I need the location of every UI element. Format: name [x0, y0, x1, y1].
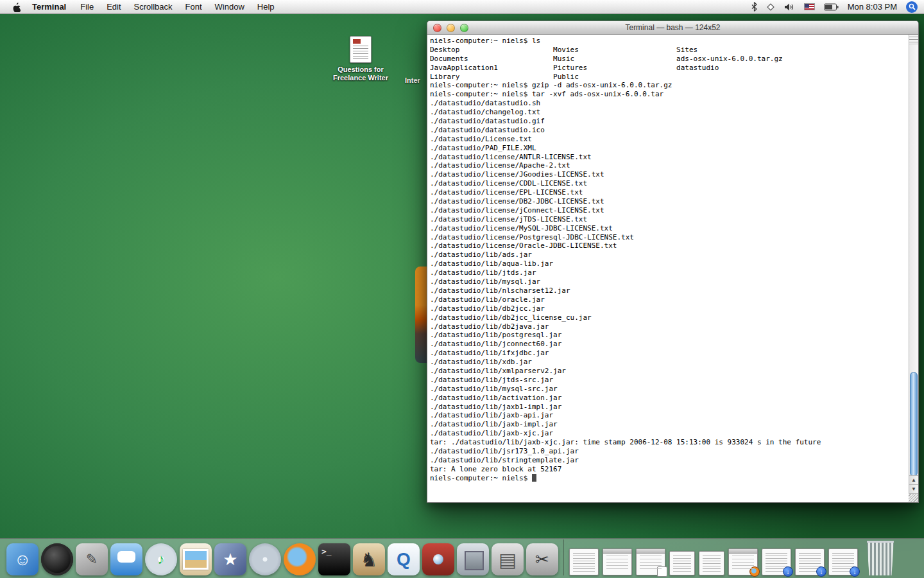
dock-icon-ichat[interactable] — [110, 543, 142, 575]
window-resize-grip[interactable] — [909, 493, 918, 502]
terminal-line: ./datastudio/license/CDDL-LICENSE.txt — [430, 179, 907, 188]
dock-icon-vault[interactable] — [457, 543, 489, 575]
volume-icon[interactable] — [784, 0, 795, 13]
scroll-up-arrow[interactable]: ▲ — [909, 475, 918, 484]
terminal-line: ./datastudio/lib/db2jcc.jar — [430, 304, 907, 313]
terminal-line: ./datastudio/lib/jaxb1-impl.jar — [430, 403, 907, 412]
dock-icon-cabinet[interactable]: ▤ — [492, 543, 524, 575]
minimized-document-5[interactable]: ↓ — [795, 548, 825, 575]
terminal-window: Terminal — bash — 124x52 niels-computer:… — [427, 21, 919, 503]
minimized-document-3[interactable] — [699, 551, 724, 575]
terminal-scrollbar[interactable]: ▲ ▼ — [909, 35, 918, 502]
terminal-line: ./datastudio/lib/ifxjdbc.jar — [430, 349, 907, 358]
terminal-line: ./datastudio/lib/xdb.jar — [430, 358, 907, 367]
terminal-content: niels-computer:~ niels$ lsDesktop Movies… — [427, 35, 918, 502]
scrollbar-thumb[interactable] — [910, 372, 918, 477]
terminal-line: niels-computer:~ niels$ ls — [430, 37, 907, 46]
dock-icon-dvdplayer[interactable] — [249, 543, 281, 575]
menu-edit[interactable]: Edit — [100, 0, 127, 13]
menu-terminal[interactable]: Terminal — [24, 0, 74, 13]
doc-badge-icon — [657, 566, 667, 577]
terminal-line: ./datastudio/license/ANTLR-LICENSE.txt — [430, 153, 907, 162]
zoom-button[interactable] — [460, 24, 468, 32]
document-icon — [350, 36, 372, 63]
terminal-line: JavaApplication1 Pictures datastudio — [430, 64, 907, 73]
airport-icon[interactable] — [766, 0, 775, 13]
trash-icon[interactable] — [864, 541, 896, 575]
menu-window[interactable]: Window — [209, 0, 251, 13]
terminal-line: ./datastudio/lib/db2java.jar — [430, 322, 907, 331]
menu-file[interactable]: File — [74, 0, 100, 13]
desktop-icon-questions-for-freelance-writer[interactable]: Questions for Freelance Writer — [322, 36, 399, 82]
menubar-clock[interactable]: Mon 8:03 PM — [848, 2, 897, 12]
terminal-line: ./datastudio/lib/mysql.jar — [430, 277, 907, 286]
terminal-line: ./datastudio/lib/activation.jar — [430, 394, 907, 403]
terminal-line: ./datastudio/license/jTDS-LICENSE.txt — [430, 215, 907, 224]
terminal-line: ./datastudio/PAD_FILE.XML — [430, 144, 907, 153]
desktop-icon-label: Questions for Freelance Writer — [322, 66, 399, 82]
minimized-document-6[interactable]: ↓ — [828, 548, 858, 575]
minimized-document-2[interactable] — [669, 551, 695, 575]
minimized-window-1[interactable] — [603, 548, 632, 575]
minimize-button[interactable] — [447, 24, 455, 32]
minimized-window-2[interactable] — [636, 548, 665, 575]
minimized-document-1[interactable] — [569, 548, 599, 575]
terminal-line: tar: ./datastudio/lib/jaxb-xjc.jar: time… — [430, 438, 907, 447]
terminal-line: ./datastudio/datastudio.ico — [430, 126, 907, 135]
dock-icon-grab[interactable]: ✂ — [526, 543, 558, 575]
terminal-line: ./datastudio/lib/nlscharset12.jar — [430, 286, 907, 295]
terminal-line: ./datastudio/license/Apache-2.txt — [430, 161, 907, 170]
close-button[interactable] — [433, 24, 441, 32]
battery-icon[interactable] — [824, 0, 839, 13]
dock-divider — [563, 539, 564, 575]
dock-icon-finder[interactable]: ☺ — [6, 543, 38, 575]
bluetooth-icon[interactable] — [751, 0, 757, 13]
minimized-document-4[interactable]: ↓ — [762, 548, 791, 575]
terminal-line: ./datastudio/datastudio.sh — [430, 99, 907, 108]
terminal-line: Library Public — [430, 73, 907, 82]
spotlight-icon[interactable] — [906, 1, 918, 13]
menu-scrollback[interactable]: Scrollback — [128, 0, 179, 13]
terminal-line: ./datastudio/lib/stringtemplate.jar — [430, 456, 907, 465]
terminal-line: ./datastudio/license/jConnect-LICENSE.tx… — [430, 206, 907, 215]
terminal-line: ./datastudio/lib/jconnect60.jar — [430, 340, 907, 349]
scrollbar-top-widget[interactable] — [909, 35, 918, 44]
terminal-line: ./datastudio/license/Oracle-JDBC-LICENSE… — [430, 241, 907, 250]
terminal-line: tar: A lone zero block at 52167 — [430, 465, 907, 474]
terminal-line: ./datastudio/lib/jaxb-impl.jar — [430, 420, 907, 429]
dock-icon-photobooth[interactable] — [422, 543, 454, 575]
firefox-badge-icon — [749, 566, 760, 577]
dock-icon-chess[interactable]: ♞ — [353, 543, 385, 575]
scroll-down-arrow[interactable]: ▼ — [909, 484, 918, 493]
terminal-line: ./datastudio/lib/mysql-src.jar — [430, 385, 907, 394]
download-badge-icon: ↓ — [783, 566, 793, 577]
minimized-firefox-window[interactable] — [728, 548, 758, 575]
dock-icon-quicktime[interactable]: Q — [388, 543, 420, 575]
dock-icon-terminal-app[interactable]: >_ — [318, 543, 350, 575]
dock-minimized: ↓↓↓ — [569, 548, 858, 575]
menubar-left: TerminalFileEditScrollbackFontWindowHelp — [0, 0, 281, 13]
terminal-line: ./datastudio/license/Postgresql-JDBC-LIC… — [430, 233, 907, 242]
input-menu-us-flag-icon[interactable] — [804, 3, 815, 10]
desktop-icon-partial-label[interactable]: Inter — [405, 76, 420, 84]
dock-icon-stickies[interactable]: ✎ — [76, 543, 108, 575]
terminal-line: ./datastudio/lib/jtds-src.jar — [430, 376, 907, 385]
download-badge-icon: ↓ — [816, 566, 826, 577]
terminal-line: ./datastudio/lib/jsr173_1.0_api.jar — [430, 447, 907, 456]
terminal-line: ./datastudio/license/EPL-LICENSE.txt — [430, 188, 907, 197]
dock-icon-itunes[interactable]: ♪ — [145, 543, 177, 575]
menu-font[interactable]: Font — [179, 0, 209, 13]
terminal-line: ./datastudio/License.txt — [430, 135, 907, 144]
dock-icon-firefox[interactable] — [284, 543, 316, 575]
menu-help[interactable]: Help — [251, 0, 281, 13]
dock-icon-imovie[interactable]: ★ — [214, 543, 246, 575]
terminal-line: ./datastudio/lib/xmlparserv2.jar — [430, 367, 907, 376]
dock-icon-dashboard[interactable] — [41, 543, 73, 575]
menubar: TerminalFileEditScrollbackFontWindowHelp… — [0, 0, 924, 14]
terminal-line: ./datastudio/lib/jaxb-xjc.jar — [430, 429, 907, 438]
apple-menu-icon[interactable] — [8, 0, 24, 13]
dock-icon-iphoto[interactable] — [180, 543, 212, 575]
terminal-titlebar[interactable]: Terminal — bash — 124x52 — [427, 21, 918, 35]
download-badge-icon: ↓ — [850, 566, 860, 577]
terminal-line: Documents Music ads-osx-unix-6.0.0.tar.g… — [430, 55, 907, 64]
